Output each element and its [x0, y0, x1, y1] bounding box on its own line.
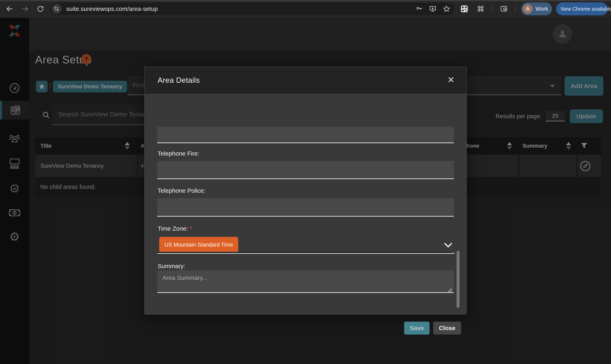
browser-reload-button[interactable] [36, 4, 45, 14]
save-button[interactable]: Save [404, 322, 430, 335]
toolbar-separator [491, 5, 492, 13]
site-info-icon[interactable] [52, 4, 61, 14]
modal-title: Area Details [158, 67, 200, 94]
time-zone-label-text: Time Zone: [158, 225, 188, 232]
install-icon[interactable] [428, 4, 437, 13]
area-details-modal: Area Details ✕ Telephone Fire: Telephone… [144, 66, 467, 314]
summary-textarea[interactable] [157, 270, 454, 293]
bookmark-star-icon[interactable] [442, 4, 451, 13]
summary-label: Summary: [158, 263, 185, 270]
extensions-puzzle-icon[interactable] [476, 4, 485, 13]
time-zone-selected-chip[interactable]: US Mountain Standard Time [159, 237, 238, 253]
required-asterisk: * [190, 225, 192, 232]
close-button[interactable]: Close [433, 322, 461, 335]
browser-profile-button[interactable]: A Work [521, 2, 552, 15]
modal-scrollbar-thumb[interactable] [457, 251, 459, 308]
qr-code-icon[interactable] [460, 4, 469, 13]
address-bar[interactable]: suite.sureviewops.com/area-setup [50, 3, 454, 15]
browser-back-button[interactable] [5, 4, 14, 14]
app-window: suite.sureviewops.com/area-setup A Work [0, 0, 611, 364]
password-key-icon[interactable] [415, 4, 423, 13]
browser-toolbar: suite.sureviewops.com/area-setup A Work [0, 0, 611, 18]
profile-name: Work [535, 6, 548, 12]
scrolled-field-input[interactable] [157, 127, 454, 143]
url-text[interactable]: suite.sureviewops.com/area-setup [66, 3, 158, 15]
time-zone-label: Time Zone: * [158, 225, 192, 232]
window-top-edge [0, 0, 611, 1]
time-zone-chevron-down-icon[interactable] [444, 242, 453, 250]
telephone-police-input[interactable] [157, 198, 454, 217]
browser-forward-button[interactable] [20, 4, 30, 14]
modal-body: Telephone Fire: Telephone Police: Time Z… [145, 94, 466, 315]
modal-close-icon[interactable]: ✕ [445, 74, 457, 86]
modal-header: Area Details ✕ [145, 67, 466, 94]
tab-search-icon[interactable] [500, 4, 508, 13]
chrome-update-label: New Chrome available [561, 6, 611, 12]
time-zone-underline [157, 253, 455, 254]
telephone-fire-input[interactable] [157, 161, 454, 179]
telephone-fire-label: Telephone Fire: [158, 150, 199, 157]
telephone-police-label: Telephone Police: [158, 187, 206, 194]
toolbar-separator [515, 5, 515, 13]
chrome-update-button[interactable]: New Chrome available ⋮ [556, 2, 608, 15]
textarea-resize-grip[interactable] [448, 286, 452, 294]
profile-avatar: A [523, 4, 533, 14]
